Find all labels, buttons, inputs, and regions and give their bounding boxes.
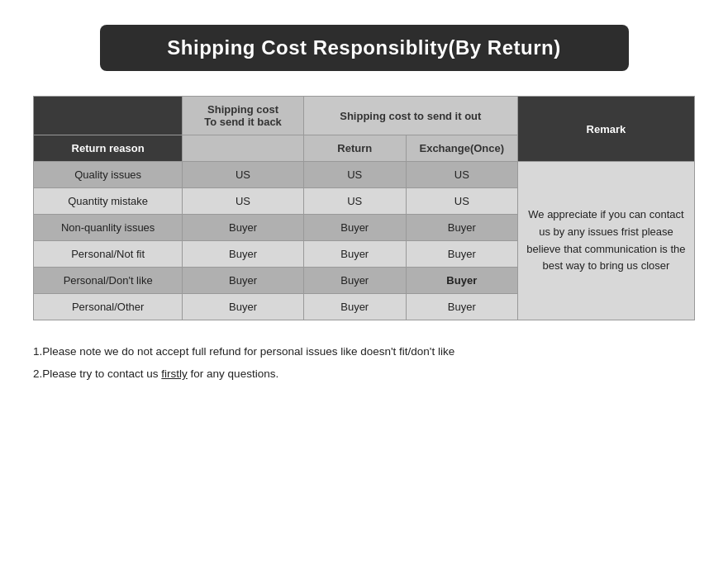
col1-header-top (34, 97, 183, 135)
footnote-1: 1.Please note we do not accept full refu… (33, 340, 695, 363)
reason-cell: Personal/Not fit (34, 241, 183, 268)
return-cell: Buyer (303, 215, 406, 241)
reason-cell: Quantity mistake (34, 188, 183, 215)
table-body: Quality issuesUSUSUSWe appreciate if you… (34, 162, 695, 320)
send-back-cell: US (183, 162, 303, 188)
title-box: Shipping Cost Responsiblity(By Return) (100, 25, 629, 71)
remark-cell: We appreciate if you can contact us by a… (517, 162, 694, 320)
return-cell: US (303, 188, 406, 215)
remark-header: Remark (517, 97, 694, 162)
col1-return-reason: Return reason (34, 135, 183, 162)
reason-cell: Non-quanlity issues (34, 215, 183, 241)
exchange-cell: Buyer (406, 268, 517, 294)
exchange-cell: Buyer (406, 294, 517, 320)
reason-cell: Personal/Don't like (34, 268, 183, 294)
send-back-cell: Buyer (183, 268, 303, 294)
exchange-cell: Buyer (406, 241, 517, 268)
reason-cell: Quality issues (34, 162, 183, 188)
footnotes: 1.Please note we do not accept full refu… (33, 340, 695, 385)
page-title: Shipping Cost Responsiblity(By Return) (167, 36, 560, 59)
return-cell: Buyer (303, 294, 406, 320)
exchange-cell: US (406, 188, 517, 215)
col3-header-span: Shipping cost to send it out (303, 97, 517, 135)
footnote-2-underline: firstly (161, 367, 188, 380)
footnote-2: 2.Please try to contact us firstly for a… (33, 363, 695, 385)
col2-header: Shipping cost To send it back (183, 97, 303, 135)
exchange-cell: US (406, 162, 517, 188)
send-back-cell: Buyer (183, 241, 303, 268)
exchange-cell: Buyer (406, 215, 517, 241)
send-back-cell: US (183, 188, 303, 215)
col3-exchange-sub: Exchange(Once) (406, 135, 517, 162)
send-back-cell: Buyer (183, 215, 303, 241)
col3-return-sub: Return (303, 135, 406, 162)
return-cell: Buyer (303, 241, 406, 268)
return-cell: Buyer (303, 268, 406, 294)
col2-send-back: Shipping cost To send it back (183, 135, 303, 162)
shipping-table: Shipping cost To send it back Shipping c… (33, 96, 695, 320)
send-back-cell: Buyer (183, 294, 303, 320)
return-cell: US (303, 162, 406, 188)
reason-cell: Personal/Other (34, 294, 183, 320)
